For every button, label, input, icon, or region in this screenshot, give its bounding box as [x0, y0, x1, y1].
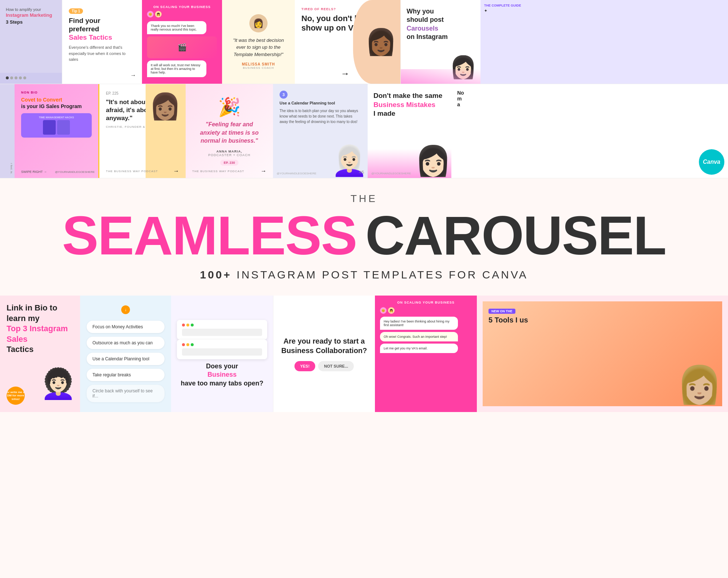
podcast-bottom-2: THE BUSINESS WAY PODCAST →: [186, 168, 273, 174]
carousels-title: Why you should post Carousels on Instagr…: [407, 7, 475, 41]
avatar-1: 😊: [147, 11, 154, 17]
card-testimonial: 👩 "It was the best decision ever to sign…: [222, 0, 295, 84]
fear-role: PODCASTER + COACH: [208, 153, 250, 157]
card-amplify: How to amplify your Instagram Marketing …: [0, 0, 62, 84]
bio-title: Link in Bio to learn my Top 3 Instagram …: [7, 303, 74, 355]
device-2: [57, 120, 70, 135]
fear-content: 🎉 "Feeling fear and anxiety at times is …: [192, 89, 266, 173]
cal-desc: The idea is to batch plan your day so yo…: [280, 108, 361, 124]
btn-yes[interactable]: YES!: [294, 361, 316, 371]
checklist-item-5: Circle back with yourself to see if...: [87, 385, 165, 402]
podcast-label-1: THE BUSINESS WAY PODCAST: [106, 170, 158, 173]
mock-dot-yellow-2: [186, 343, 189, 346]
mock-window-2: [177, 340, 267, 359]
partial-right-text: Noma: [457, 90, 722, 107]
tip-title: Find your preferred Sales Tactics: [69, 17, 135, 41]
dot-4: [19, 76, 22, 79]
card-new-tools: 👩🏼 NEW ON THE 5 Tools I us: [477, 296, 728, 412]
mock-dot-green: [191, 324, 194, 326]
mock-dot-green-2: [191, 343, 194, 346]
reels-arrow: →: [341, 68, 349, 79]
tip-desc: Everyone's different and that's especial…: [69, 44, 135, 63]
podcast-arrow-2: →: [261, 168, 266, 174]
cal-page-indicator: 4/5: [359, 170, 364, 174]
card-partial-right-top: THE COMPLETE GUIDE ✦: [480, 0, 728, 84]
partial-corner-label: THE COMPLETE GUIDE: [484, 4, 724, 7]
slide-dots: [6, 76, 26, 79]
seamless-text: SEAMLESS: [62, 208, 357, 263]
card-checklist: ↓ Focus on Money Activities Outsource as…: [80, 296, 171, 412]
chat-header: ON SCALING YOUR BUSINESS: [147, 5, 217, 9]
tip-arrow: →: [130, 72, 136, 79]
card-chat-assistant: ON SCALING YOUR BUSINESS 😊 👧 Hey ladies!…: [375, 296, 477, 412]
new-tools-text: NEW ON THE 5 Tools I us: [483, 301, 722, 330]
cal-handle: @YOURHANDLEGOESHERE: [277, 172, 316, 175]
mock-dot-red-2: [182, 343, 185, 346]
carousels-wave: [401, 69, 480, 84]
ig-mockup: TIME MANAGEMENT HACKS: [21, 113, 92, 138]
testimonial-avatar: 👩: [249, 14, 268, 32]
mock-window-1: [177, 320, 267, 340]
reels-image-bg: 👩🏾: [353, 0, 400, 84]
carousel-text: CAROUSEL: [365, 208, 666, 263]
testimonial-role: BUSINESS COACH: [243, 66, 274, 70]
new-tools-content: 👩🏼 NEW ON THE 5 Tools I us: [483, 301, 722, 406]
partial-corner-text: ✦: [484, 9, 724, 13]
card-tabs-open: Does your Business have too many tabs op…: [171, 296, 273, 412]
card-why-carousels: Why you should post Carousels on Instagr…: [400, 0, 480, 84]
chat-bubble-4: Oh wow! Congrats. Such an important step…: [380, 332, 458, 341]
mock-dot-yellow: [186, 324, 189, 326]
fear-quote-text: "Feeling fear and anxiety at times is so…: [198, 120, 261, 145]
testimonial-name: MELISSA SMITH: [242, 62, 275, 66]
mock-titlebar-2: [182, 343, 262, 346]
arrow-down-icon: ↓: [121, 305, 130, 314]
fear-name: ANNA MARIA,: [216, 150, 242, 153]
fear-person-icon: 🎉: [218, 96, 241, 118]
checklist-item-4: Take regular breaks: [87, 369, 165, 381]
mock-dot-red: [182, 324, 185, 326]
dot-3: [15, 76, 17, 79]
chat-bubble-2: It will all work out, trust me! Messy at…: [147, 60, 206, 77]
dot-1: [6, 76, 9, 79]
ig-label: NON BIO: [21, 91, 92, 94]
mockup-label: TIME MANAGEMENT HACKS: [24, 116, 89, 119]
partial-left-text: r feel. le.: [1, 163, 13, 174]
cal-title: Use a Calendar Planning tool: [280, 101, 361, 105]
device-1: [43, 120, 56, 135]
avatar-4: 👧: [388, 307, 395, 314]
tabs-main-text: Does your Business have too many tabs op…: [181, 362, 263, 388]
checklist-item-2: Outsource as much as you can: [87, 337, 165, 349]
card-amplify-small: How to amplify your: [6, 7, 41, 12]
chat-bubble-1: Thank you so much! I've been really nerv…: [147, 21, 206, 34]
card-fear-quote: 🎉 "Feeling fear and anxiety at times is …: [186, 84, 273, 178]
chat-avatars: 😊 👧: [147, 11, 217, 17]
new-tools-title: 5 Tools I us: [488, 316, 716, 324]
mockup-devices: [24, 120, 89, 135]
fear-ep: EP. 230: [220, 160, 239, 166]
mock-titlebar-1: [182, 324, 262, 326]
mistakes-handle: @YOURHANDLEGOESHERE: [371, 172, 411, 175]
mock-content-bar-2: [182, 348, 262, 356]
btn-not-sure[interactable]: NOT SURE...: [318, 361, 354, 371]
chat-bubble-5: Let me get you my VA's email.: [380, 344, 458, 353]
dot-2: [10, 76, 13, 79]
chat-header-2: ON SCALING YOUR BUSINESS: [380, 301, 472, 304]
ig-title: Covet to Convert is your IG Sales Progra…: [21, 96, 92, 110]
card-business-collab: Are you ready to start a Business Collab…: [273, 296, 375, 412]
card-tip-sales: Tip 1 Find your preferred Sales Tactics …: [62, 0, 142, 84]
checklist-item-1: Focus on Money Activities: [87, 321, 165, 333]
mock-content-bar: [182, 329, 262, 336]
checklist-arrow-down: ↓: [87, 305, 165, 314]
podcast-bottom-1: THE BUSINESS WAY PODCAST →: [99, 168, 186, 174]
avatar-2: 👧: [155, 11, 162, 17]
card-calendar-planning: 3 Use a Calendar Planning tool The idea …: [273, 84, 368, 178]
ig-handle: @YOURHANDLEGOESHERE: [55, 170, 95, 174]
bottom-row: Link in Bio to learn my Top 3 Instagram …: [0, 296, 728, 412]
podcast-label-2: THE BUSINESS WAY PODCAST: [192, 170, 244, 173]
canva-badge: Canva: [699, 149, 724, 175]
collab-title: Are you ready to start a Business Collab…: [281, 336, 368, 355]
bio-orange-badge: or write me a DM for more infos!: [7, 387, 25, 405]
testimonial-quote: "It was the best decision ever to sign u…: [229, 37, 288, 58]
new-tools-badge: NEW ON THE: [488, 309, 515, 314]
tip-badge: Tip 1: [69, 8, 83, 14]
